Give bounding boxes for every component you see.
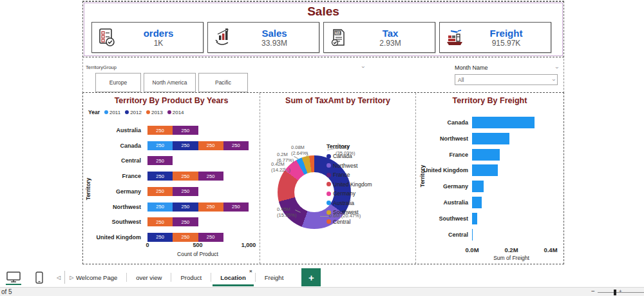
bar-segment-2014[interactable]: 250 xyxy=(223,141,249,150)
freight-bar-central[interactable] xyxy=(472,229,473,241)
tab-welcome-page[interactable]: Welcome Page xyxy=(67,268,126,287)
legend-item-australia[interactable]: Australia xyxy=(327,199,372,208)
slicer-button-north-america[interactable]: North America xyxy=(144,73,196,92)
add-page-button[interactable]: + xyxy=(301,268,321,286)
zoom-slider[interactable]: − + xyxy=(587,288,644,296)
bar-segment-2012[interactable]: 250 xyxy=(147,172,173,181)
chart-territory-by-freight: Territory By Freight Territory CanadaNor… xyxy=(416,93,564,264)
kpi-card-orders[interactable]: orders 1K xyxy=(91,22,204,53)
bar-segment-2013[interactable]: 250 xyxy=(147,187,173,196)
tab-location[interactable]: Location× xyxy=(211,268,255,287)
callout-value: 0.08M xyxy=(291,144,308,150)
chart1-title: Territory By Product By Years xyxy=(83,96,260,105)
legend-item-germany[interactable]: Germany xyxy=(327,189,372,199)
legend-label: Germany xyxy=(333,190,355,197)
category-label: France xyxy=(416,149,468,161)
category-label: Canada xyxy=(416,117,468,128)
zoom-slider-handle[interactable] xyxy=(614,290,616,295)
bar-segment-2014[interactable]: 250 xyxy=(223,202,249,212)
legend-item-2013[interactable]: 2013 xyxy=(146,110,163,115)
stacked-bar-United Kingdom: 250250250 xyxy=(147,233,223,242)
bar-segment-2014[interactable]: 250 xyxy=(173,126,198,135)
legend-item-canada[interactable]: Canada xyxy=(327,152,372,161)
tab-over-view[interactable]: over view xyxy=(127,268,171,287)
previous-page-icon[interactable]: ◁ xyxy=(57,275,61,281)
close-icon[interactable]: × xyxy=(249,269,252,274)
freight-bar-australia[interactable] xyxy=(472,197,482,208)
legend-dot xyxy=(327,154,331,159)
kpi-value: 2.93M xyxy=(350,39,431,48)
freight-bar-canada[interactable] xyxy=(472,117,535,128)
bar-segment-2012[interactable]: 250 xyxy=(173,141,198,150)
legend-label: Southwest xyxy=(333,209,359,215)
tab-label: Freight xyxy=(265,274,284,281)
kpi-card-freight[interactable]: Freight 915.97K xyxy=(439,22,551,53)
freight-bar-southwest[interactable] xyxy=(472,213,477,224)
category-label: Australia xyxy=(83,126,141,135)
category-label: Canada xyxy=(83,141,141,150)
tab-label: over view xyxy=(136,274,162,281)
kpi-card-sales[interactable]: Sales 33.93M xyxy=(207,22,319,53)
chevron-down-icon[interactable]: › xyxy=(360,66,366,68)
legend-item-france[interactable]: France xyxy=(327,170,372,180)
legend-item-2012[interactable]: 2012 xyxy=(125,110,142,115)
bar-segment-2011[interactable]: 250 xyxy=(147,141,173,150)
legend-item-2014[interactable]: 2014 xyxy=(167,110,184,115)
legend-item-southwest[interactable]: Southwest xyxy=(327,208,372,217)
freight-bar-united-kingdom[interactable] xyxy=(472,164,498,176)
legend-label: France xyxy=(333,172,350,178)
bar-segment-2014[interactable]: 250 xyxy=(173,187,198,196)
zoom-in-icon[interactable]: + xyxy=(619,288,622,294)
territory-group-slicer: TerritoryGroup › Europe North America Pa… xyxy=(86,64,364,92)
bar-segment-2012[interactable]: 250 xyxy=(147,233,173,242)
freight-bar-germany[interactable] xyxy=(472,181,484,192)
tab-label: Product xyxy=(180,274,202,281)
bar-segment-2014[interactable]: 250 xyxy=(147,156,173,165)
legend-label: 2013 xyxy=(151,110,163,115)
category-label: Germany xyxy=(83,187,141,196)
zoom-out-icon[interactable]: − xyxy=(591,288,595,295)
bar-segment-2013[interactable]: 250 xyxy=(198,202,223,212)
slicer-button-europe[interactable]: Europe xyxy=(95,73,141,92)
chevron-down-icon[interactable]: › xyxy=(554,67,560,69)
category-label: Southwest xyxy=(416,213,468,224)
legend-label: Australia xyxy=(333,200,354,206)
freight-ship-icon xyxy=(444,26,466,49)
bar-segment-2014[interactable]: 250 xyxy=(198,233,223,242)
bar-segment-2012[interactable]: 250 xyxy=(173,202,198,212)
legend-item-central[interactable]: Central xyxy=(327,217,372,227)
donut-callout-leader xyxy=(294,156,298,159)
legend-item-united-kingdom[interactable]: United Kingdom xyxy=(327,180,372,190)
bar-segment-2014[interactable]: 250 xyxy=(173,217,198,226)
freight-bar-france[interactable] xyxy=(472,149,500,161)
tab-freight[interactable]: Freight xyxy=(256,268,293,287)
stacked-bar-Australia: 250250 xyxy=(147,126,198,135)
legend-dot xyxy=(327,192,331,196)
legend-item-northwest[interactable]: Northwest xyxy=(327,161,372,171)
desktop-view-icon[interactable] xyxy=(5,270,22,285)
bar-segment-2013[interactable]: 250 xyxy=(147,217,173,226)
legend-label: 2011 xyxy=(109,110,120,115)
mobile-view-icon[interactable] xyxy=(31,270,48,285)
legend-dot xyxy=(327,173,331,177)
kpi-label: Tax xyxy=(350,28,431,39)
bar-segment-2014[interactable]: 250 xyxy=(198,172,223,181)
legend-item-2011[interactable]: 2011 xyxy=(104,110,120,115)
bar-segment-2013[interactable]: 250 xyxy=(173,172,198,181)
month-dropdown[interactable]: All › xyxy=(455,74,558,85)
slicer-button-pacific[interactable]: Pacific xyxy=(198,73,248,92)
category-label: Australia xyxy=(416,197,468,208)
x-tick: 0 xyxy=(146,242,149,248)
bar-segment-2013[interactable]: 250 xyxy=(173,233,198,242)
chart-territory-by-product-by-years: Territory By Product By Years Year 20112… xyxy=(83,93,260,264)
legend-label: 2012 xyxy=(130,110,142,115)
freight-bar-northwest[interactable] xyxy=(472,133,509,144)
category-label: Southwest xyxy=(83,217,141,226)
category-label: Northwest xyxy=(416,133,468,144)
legend-dot xyxy=(327,210,331,215)
tab-product[interactable]: Product xyxy=(171,268,211,287)
bar-segment-2013[interactable]: 250 xyxy=(147,126,173,135)
kpi-card-tax[interactable]: TAX Tax 2.93M xyxy=(323,22,435,53)
bar-segment-2013[interactable]: 250 xyxy=(198,141,223,150)
bar-segment-2011[interactable]: 250 xyxy=(147,202,173,212)
